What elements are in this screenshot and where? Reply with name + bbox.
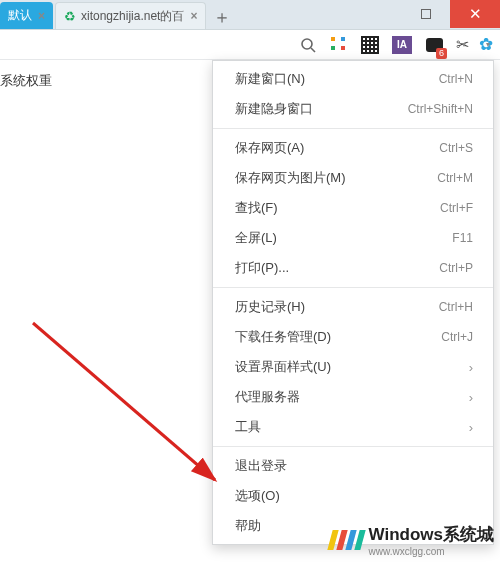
menu-item-label: 新建窗口(N) [235, 70, 305, 88]
settings-dropdown: 新建窗口(N)Ctrl+N新建隐身窗口Ctrl+Shift+N保存网页(A)Ct… [212, 60, 494, 545]
menu-item-shortcut: F11 [452, 231, 473, 245]
tab-active[interactable]: 默认 × [0, 2, 53, 29]
page-text: 系统权重 [0, 72, 52, 90]
tab-inactive[interactable]: ♻ xitongzhijia.net的百 × [55, 2, 206, 29]
maximize-icon [421, 9, 431, 19]
qrcode-button[interactable] [361, 36, 379, 54]
watermark: Windows系统城 www.wxclgg.com [330, 523, 494, 557]
ia-button[interactable]: IA [392, 36, 412, 54]
menu-item-shortcut: Ctrl+Shift+N [408, 102, 473, 116]
menu-item-label: 历史记录(H) [235, 298, 305, 316]
apps-button[interactable] [330, 36, 348, 54]
window-close-button[interactable]: ✕ [450, 0, 500, 28]
menu-item-label: 设置界面样式(U) [235, 358, 331, 376]
menu-item-shortcut: Ctrl+N [439, 72, 473, 86]
tab-inactive-label: xitongzhijia.net的百 [81, 8, 184, 25]
menu-item-label: 帮助 [235, 517, 261, 535]
menu-item-label: 工具 [235, 418, 261, 436]
menu-item-label: 打印(P)... [235, 259, 289, 277]
search-button[interactable] [299, 36, 317, 54]
menu-item[interactable]: 代理服务器› [213, 382, 493, 412]
svg-line-1 [311, 48, 315, 52]
menu-item[interactable]: 下载任务管理(D)Ctrl+J [213, 322, 493, 352]
menu-item[interactable]: 选项(O) [213, 481, 493, 511]
menu-item[interactable]: 历史记录(H)Ctrl+H [213, 292, 493, 322]
logo-bars [330, 530, 363, 550]
menu-item-shortcut: Ctrl+M [437, 171, 473, 185]
menu-item-label: 选项(O) [235, 487, 280, 505]
recycle-icon: ♻ [64, 9, 76, 24]
qrcode-icon [361, 36, 379, 54]
settings-menu-button[interactable]: ✿ ▾ [479, 36, 490, 54]
annotation-arrow [30, 320, 240, 495]
menu-separator [213, 128, 493, 129]
menu-item-shortcut: Ctrl+P [439, 261, 473, 275]
tab-close-icon[interactable]: × [190, 9, 197, 23]
menu-item[interactable]: 保存网页为图片(M)Ctrl+M [213, 163, 493, 193]
svg-line-2 [33, 323, 215, 480]
search-icon [300, 37, 316, 53]
chevron-right-icon: › [469, 390, 473, 405]
menu-item-label: 保存网页为图片(M) [235, 169, 346, 187]
menu-item-label: 下载任务管理(D) [235, 328, 331, 346]
menu-item[interactable]: 查找(F)Ctrl+F [213, 193, 493, 223]
watermark-title: Windows系统城 [369, 523, 494, 546]
chevron-right-icon: › [469, 420, 473, 435]
menu-item-label: 代理服务器 [235, 388, 300, 406]
menu-item-label: 全屏(L) [235, 229, 277, 247]
menu-item[interactable]: 新建隐身窗口Ctrl+Shift+N [213, 94, 493, 124]
menu-separator [213, 446, 493, 447]
menu-item[interactable]: 设置界面样式(U)› [213, 352, 493, 382]
tab-bar: 默认 × ♻ xitongzhijia.net的百 × ＋ ✕ [0, 0, 500, 30]
menu-separator [213, 287, 493, 288]
menu-item-label: 查找(F) [235, 199, 278, 217]
messages-badge: 6 [436, 48, 447, 59]
menu-item-shortcut: Ctrl+H [439, 300, 473, 314]
close-icon: ✕ [469, 5, 482, 23]
menu-item[interactable]: 打印(P)...Ctrl+P [213, 253, 493, 283]
menu-item[interactable]: 保存网页(A)Ctrl+S [213, 133, 493, 163]
menu-item-shortcut: Ctrl+F [440, 201, 473, 215]
chevron-down-icon: ▾ [486, 40, 490, 49]
menu-item-label: 退出登录 [235, 457, 287, 475]
menu-item-label: 保存网页(A) [235, 139, 304, 157]
ia-label: IA [397, 39, 407, 50]
watermark-url: www.wxclgg.com [369, 546, 494, 557]
chevron-right-icon: › [469, 360, 473, 375]
new-tab-button[interactable]: ＋ [210, 5, 234, 29]
tab-close-icon[interactable]: × [38, 9, 45, 23]
screenshot-button[interactable]: ✂ ▾ [456, 36, 466, 54]
menu-item[interactable]: 全屏(L)F11 [213, 223, 493, 253]
menu-item-label: 新建隐身窗口 [235, 100, 313, 118]
menu-item-shortcut: Ctrl+S [439, 141, 473, 155]
menu-item[interactable]: 新建窗口(N)Ctrl+N [213, 64, 493, 94]
menu-item-shortcut: Ctrl+J [441, 330, 473, 344]
chevron-down-icon: ▾ [462, 40, 466, 49]
menu-item[interactable]: 工具› [213, 412, 493, 442]
messages-button[interactable]: 6 [425, 36, 443, 54]
tab-active-label: 默认 [8, 7, 32, 24]
svg-point-0 [302, 39, 312, 49]
menu-item[interactable]: 退出登录 [213, 451, 493, 481]
grid-icon [331, 37, 347, 53]
toolbar: IA 6 ✂ ▾ ✿ ▾ [0, 30, 500, 60]
plus-icon: ＋ [213, 5, 231, 29]
window-maximize-button[interactable] [407, 0, 445, 28]
